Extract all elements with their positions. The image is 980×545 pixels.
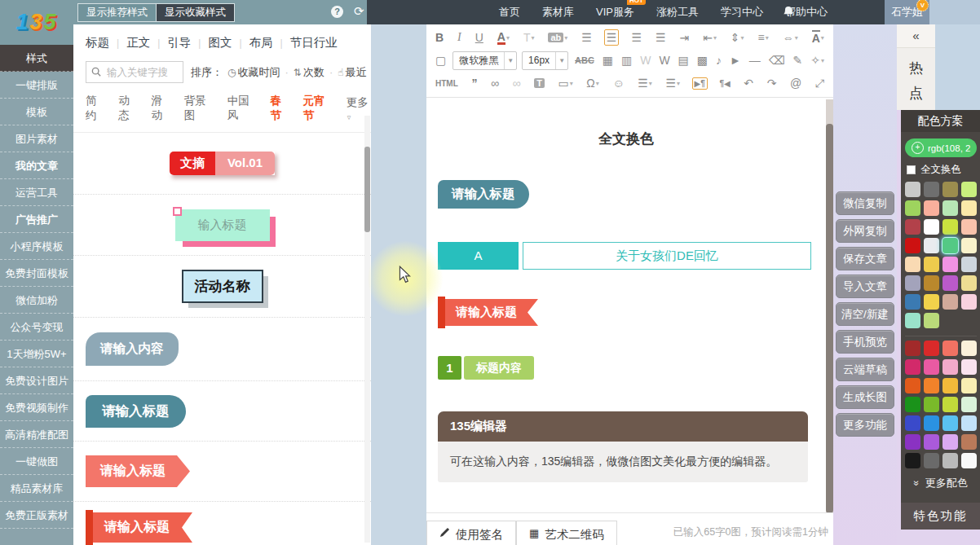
full-recolor-option[interactable]: 全文换色: [907, 163, 977, 177]
color-swatch[interactable]: [905, 359, 920, 375]
show-recommend-button[interactable]: 显示推荐样式: [77, 3, 156, 22]
image-frame-icon[interactable]: ▥: [620, 53, 633, 68]
action-button[interactable]: 外网复制: [836, 219, 894, 243]
ordered-list-icon[interactable]: ☰▾: [636, 76, 654, 90]
color-swatch[interactable]: [924, 238, 939, 253]
special-features-bar[interactable]: 特色功能: [901, 503, 980, 530]
color-swatch[interactable]: [961, 341, 977, 356]
filter-tag[interactable]: 动态: [118, 94, 139, 123]
color-swatch[interactable]: [924, 313, 939, 328]
more-colors-button[interactable]: » 更多配色: [905, 476, 977, 490]
font-color-icon[interactable]: A▾: [496, 30, 511, 46]
outdent-icon[interactable]: ⇤▾: [701, 30, 718, 45]
editor-a-row[interactable]: A 关于女孩们DE回忆: [438, 242, 811, 270]
editor-numbered-heading[interactable]: 1 标题内容: [438, 356, 534, 380]
color-swatch[interactable]: [942, 378, 958, 393]
color-swatch[interactable]: [905, 434, 920, 450]
full-recolor-checkbox[interactable]: [907, 165, 916, 174]
color-swatch[interactable]: [961, 397, 977, 412]
app-logo[interactable]: 135: [0, 0, 73, 45]
tab-hotspot[interactable]: 热 点: [897, 48, 935, 110]
qrcode-tab[interactable]: ▦ 艺术二维码: [516, 521, 617, 545]
color-swatch[interactable]: [942, 415, 958, 431]
special-char-icon[interactable]: Ω▾: [585, 76, 600, 90]
sort-option[interactable]: ☝最近: [338, 65, 366, 80]
scrollbar-thumb[interactable]: [364, 147, 370, 232]
color-swatch[interactable]: [961, 257, 977, 272]
video-icon[interactable]: ►: [728, 53, 743, 68]
color-swatch[interactable]: [942, 434, 958, 450]
indent-icon[interactable]: ⇥: [678, 30, 691, 45]
sort-option[interactable]: ⇅次数: [294, 65, 324, 80]
style-item-teal-badge[interactable]: 请输入标题: [73, 381, 371, 442]
sidebar-item[interactable]: 微信加粉: [0, 287, 73, 314]
eraser-icon[interactable]: ⌫: [767, 53, 787, 68]
color-swatch[interactable]: [905, 257, 920, 272]
italic-icon[interactable]: I: [456, 30, 463, 45]
color-swatch[interactable]: [942, 257, 958, 272]
action-button[interactable]: 清空/新建: [836, 302, 894, 326]
action-button[interactable]: 导入文章: [836, 275, 894, 298]
color-swatch[interactable]: [961, 434, 977, 450]
filter-tag[interactable]: 中国风: [227, 94, 258, 123]
color-swatch[interactable]: [924, 200, 939, 216]
text-shadow-icon[interactable]: T▾: [522, 30, 536, 45]
template-block-icon[interactable]: ▭▾: [556, 76, 574, 90]
horizontal-rule-icon[interactable]: —: [748, 53, 762, 68]
nav-item[interactable]: VIP服务HOT: [596, 5, 634, 20]
style-tab[interactable]: 正文: [126, 35, 150, 51]
search-box[interactable]: [86, 61, 183, 83]
color-swatch[interactable]: [942, 219, 958, 235]
nav-item[interactable]: 素材库: [542, 5, 574, 20]
sidebar-item[interactable]: 广告推广: [0, 206, 73, 233]
color-swatch[interactable]: [924, 434, 939, 450]
action-button[interactable]: 保存文章: [836, 247, 894, 270]
action-button[interactable]: 生成长图: [836, 385, 894, 409]
sidebar-item[interactable]: 运营工具: [0, 179, 73, 206]
style-item-ribbon-flag[interactable]: 请输入标题: [73, 502, 371, 545]
line-height-icon[interactable]: ⇕▾: [729, 30, 746, 45]
collapse-panel-button[interactable]: «: [897, 24, 935, 48]
sidebar-item[interactable]: 样式: [0, 45, 73, 72]
sidebar-item[interactable]: 我的文章: [0, 152, 73, 179]
editor-card[interactable]: 135编辑器 可在这输入内容，135编辑器，做微信图文美化最方便的编辑器。: [438, 411, 808, 482]
rtl-paragraph-icon[interactable]: ¶◀: [717, 78, 731, 89]
color-swatch[interactable]: [924, 182, 939, 197]
color-swatch[interactable]: [961, 200, 977, 216]
color-swatch[interactable]: [961, 453, 977, 468]
editor-scrollbar-thumb[interactable]: [826, 124, 833, 513]
link-icon[interactable]: ∞: [489, 76, 501, 90]
search-input[interactable]: [105, 66, 179, 79]
music-icon[interactable]: ♪: [714, 53, 723, 68]
style-item-content-bubble[interactable]: 请输入内容: [73, 318, 371, 381]
mention-icon[interactable]: @: [788, 76, 803, 90]
sidebar-item[interactable]: 小程序模板: [0, 233, 73, 260]
style-item-digest[interactable]: 文摘 Vol.01: [73, 133, 371, 195]
color-swatch[interactable]: [942, 200, 958, 216]
current-color-value[interactable]: + rgb(108, 2: [905, 138, 977, 157]
color-swatch[interactable]: [961, 182, 977, 197]
paragraph-spacing-icon[interactable]: ≡▾: [757, 30, 770, 45]
action-button[interactable]: 手机预览: [836, 330, 894, 354]
word-import-icon[interactable]: W: [638, 53, 652, 68]
color-swatch[interactable]: [905, 378, 920, 393]
format-painter-icon[interactable]: ✎: [792, 53, 805, 68]
style-tab[interactable]: 引导: [167, 35, 191, 51]
user-account[interactable]: 石学姐 V: [885, 0, 929, 24]
color-swatch[interactable]: [924, 219, 939, 235]
bullet-list-icon[interactable]: ☰▾: [664, 76, 682, 90]
font-scale-icon[interactable]: A▾: [810, 29, 826, 46]
color-swatch[interactable]: [905, 313, 920, 328]
sidebar-item[interactable]: 免费正版素材: [0, 502, 73, 529]
align-right-icon[interactable]: ☰: [629, 30, 643, 45]
redo-icon[interactable]: ↷: [766, 76, 779, 90]
color-swatch[interactable]: [942, 341, 958, 356]
word-icon[interactable]: W: [657, 53, 671, 68]
color-swatch[interactable]: [942, 397, 958, 412]
style-tab[interactable]: 标题: [86, 35, 109, 51]
color-swatch[interactable]: [942, 359, 958, 375]
editor-teal-badge[interactable]: 请输入标题: [438, 180, 529, 209]
sidebar-item[interactable]: 模板: [0, 99, 73, 125]
color-swatch[interactable]: [961, 378, 977, 393]
action-button[interactable]: 更多功能: [836, 413, 894, 437]
